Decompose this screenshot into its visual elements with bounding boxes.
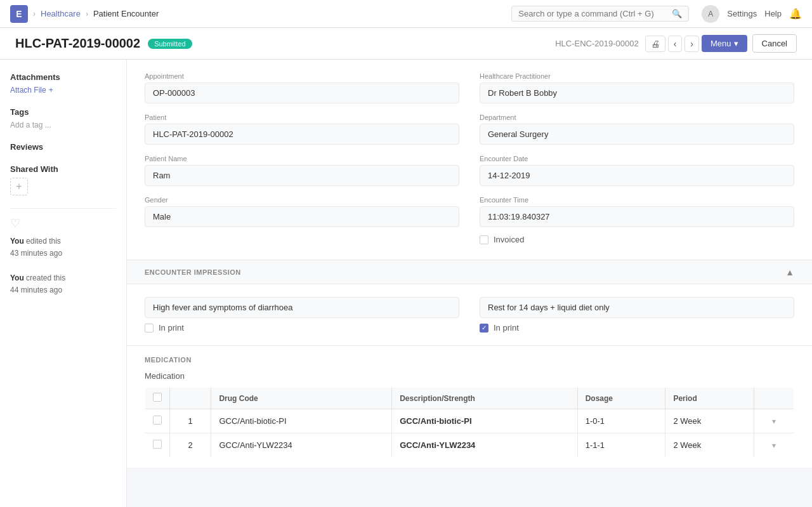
th-number bbox=[170, 388, 211, 409]
period-cell: 2 Week bbox=[665, 433, 754, 458]
cancel-button[interactable]: Cancel bbox=[752, 34, 797, 53]
row-action-cell[interactable]: ▾ bbox=[754, 409, 794, 433]
search-icon: 🔍 bbox=[672, 9, 682, 18]
encounter-date-field: Encounter Date 14-12-2019 bbox=[480, 155, 794, 186]
row-dropdown-icon[interactable]: ▾ bbox=[772, 417, 776, 426]
invoiced-checkbox[interactable] bbox=[480, 235, 488, 244]
row-select-cell[interactable] bbox=[145, 433, 170, 458]
encounter-id: HLC-ENC-2019-00002 bbox=[555, 39, 639, 48]
row-dropdown-icon[interactable]: ▾ bbox=[772, 441, 776, 450]
print-button[interactable]: 🖨 bbox=[645, 36, 665, 52]
app-logo: E bbox=[10, 5, 28, 23]
row-number: 2 bbox=[170, 433, 211, 458]
add-tag-link[interactable]: Add a tag ... bbox=[10, 121, 116, 129]
patient-name-value: Ram bbox=[145, 165, 459, 186]
encounter-date-label: Encounter Date bbox=[480, 155, 794, 162]
medication-table: Drug Code Description/Strength Dosage Pe… bbox=[145, 387, 794, 458]
menu-dropdown-icon: ▾ bbox=[734, 39, 738, 48]
encounter-time-label: Encounter Time bbox=[480, 196, 794, 204]
appointment-value: OP-000003 bbox=[145, 82, 459, 103]
table-row: 1 GCC/Anti-biotic-PI GCC/Anti-biotic-PI … bbox=[145, 409, 794, 433]
department-field: Department General Surgery bbox=[480, 114, 794, 145]
drug-code-cell: GCC/Anti-YLW2234 bbox=[211, 433, 392, 458]
patient-form-section: Appointment OP-000003 Healthcare Practit… bbox=[127, 60, 812, 260]
menu-button[interactable]: Menu ▾ bbox=[702, 35, 747, 52]
tags-label: Tags bbox=[10, 107, 116, 117]
prev-button[interactable]: ‹ bbox=[668, 36, 683, 52]
gender-label: Gender bbox=[145, 196, 459, 204]
encounter-impression-toggle[interactable]: ▲ bbox=[785, 267, 794, 277]
invoiced-row: Invoiced bbox=[480, 235, 794, 244]
dosage-cell: 1-1-1 bbox=[577, 433, 665, 458]
encounter-impression-title: ENCOUNTER IMPRESSION bbox=[145, 268, 241, 276]
appointment-field: Appointment OP-000003 bbox=[145, 72, 459, 103]
sidebar-tags: Tags Add a tag ... bbox=[10, 107, 116, 129]
top-actions: A Settings Help 🔔 bbox=[702, 5, 802, 23]
subheader: HLC-PAT-2019-00002 Submitted HLC-ENC-201… bbox=[0, 28, 812, 60]
advice-field: Rest for 14 days + liquid diet only In p… bbox=[480, 297, 794, 333]
medication-section-title: MEDICATION bbox=[145, 356, 794, 364]
table-header-row: Drug Code Description/Strength Dosage Pe… bbox=[145, 388, 794, 409]
heart-icon[interactable]: ♡ bbox=[10, 216, 116, 230]
complaint-in-print-checkbox[interactable] bbox=[145, 324, 154, 333]
row-number: 1 bbox=[170, 409, 211, 433]
complaint-field: High fever and symptoms of diarrhoea In … bbox=[145, 297, 459, 333]
page-title: HLC-PAT-2019-00002 bbox=[15, 36, 140, 51]
advice-in-print-label: In print bbox=[494, 323, 519, 333]
row-select-cell[interactable] bbox=[145, 409, 170, 433]
search-input[interactable] bbox=[518, 9, 668, 18]
th-period: Period bbox=[665, 388, 754, 409]
patient-field: Patient HLC-PAT-2019-00002 bbox=[145, 114, 459, 145]
select-all-checkbox[interactable] bbox=[153, 393, 162, 402]
help-button[interactable]: Help bbox=[764, 9, 782, 18]
encounter-time-value: 11:03:19.840327 bbox=[480, 206, 794, 227]
sidebar: Attachments Attach File + Tags Add a tag… bbox=[0, 60, 127, 507]
patient-name-label: Patient Name bbox=[145, 155, 459, 162]
encounter-time-field: Encounter Time 11:03:19.840327 bbox=[480, 196, 794, 227]
practitioner-field: Healthcare Practitioner Dr Robert B Bobb… bbox=[480, 72, 794, 103]
advice-in-print-checkbox[interactable] bbox=[480, 324, 488, 333]
description-cell: GCC/Anti-biotic-PI bbox=[392, 409, 578, 433]
advice-value: Rest for 14 days + liquid diet only bbox=[480, 297, 794, 318]
th-description: Description/Strength bbox=[392, 388, 578, 409]
description-cell: GCC/Anti-YLW2234 bbox=[392, 433, 578, 458]
sidebar-divider bbox=[10, 208, 116, 209]
breadcrumb-chevron-1: › bbox=[33, 10, 36, 18]
encounter-date-value: 14-12-2019 bbox=[480, 165, 794, 186]
row-checkbox[interactable] bbox=[153, 440, 162, 449]
impression-grid: High fever and symptoms of diarrhoea In … bbox=[145, 297, 794, 333]
sidebar-reviews: Reviews bbox=[10, 142, 116, 152]
reviews-label: Reviews bbox=[10, 142, 116, 152]
settings-button[interactable]: Settings bbox=[727, 9, 757, 18]
gender-value: Male bbox=[145, 206, 459, 227]
sidebar-attachments: Attachments Attach File + bbox=[10, 72, 116, 95]
notification-bell-icon[interactable]: 🔔 bbox=[789, 8, 802, 20]
complaint-in-print-label: In print bbox=[159, 323, 184, 333]
period-cell: 2 Week bbox=[665, 409, 754, 433]
breadcrumb-healthcare[interactable]: Healthcare bbox=[41, 9, 81, 18]
th-select-all[interactable] bbox=[145, 388, 170, 409]
status-badge: Submitted bbox=[148, 39, 192, 49]
appointment-label: Appointment bbox=[145, 72, 459, 80]
main-content: Appointment OP-000003 Healthcare Practit… bbox=[127, 60, 812, 507]
table-row: 2 GCC/Anti-YLW2234 GCC/Anti-YLW2234 1-1-… bbox=[145, 433, 794, 458]
medication-section: MEDICATION Medication Drug Code Descript… bbox=[127, 346, 812, 468]
invoiced-label: Invoiced bbox=[494, 235, 524, 244]
complaint-value: High fever and symptoms of diarrhoea bbox=[145, 297, 459, 318]
breadcrumb-patient-encounter: Patient Encounter bbox=[93, 9, 159, 18]
th-drug-code: Drug Code bbox=[211, 388, 392, 409]
row-checkbox[interactable] bbox=[153, 416, 162, 425]
row-action-cell[interactable]: ▾ bbox=[754, 433, 794, 458]
practitioner-label: Healthcare Practitioner bbox=[480, 72, 794, 80]
complaint-in-print-row: In print bbox=[145, 323, 459, 333]
department-value: General Surgery bbox=[480, 124, 794, 145]
avatar: A bbox=[702, 5, 719, 23]
shared-with-label: Shared With bbox=[10, 164, 116, 174]
attach-file-link[interactable]: Attach File + bbox=[10, 86, 116, 95]
patient-name-field: Patient Name Ram bbox=[145, 155, 459, 186]
add-shared-button[interactable]: + bbox=[10, 178, 28, 195]
gender-field: Gender Male bbox=[145, 196, 459, 227]
search-bar[interactable]: 🔍 bbox=[511, 6, 689, 22]
top-navigation: E › Healthcare › Patient Encounter 🔍 A S… bbox=[0, 0, 812, 28]
next-button[interactable]: › bbox=[684, 36, 699, 52]
